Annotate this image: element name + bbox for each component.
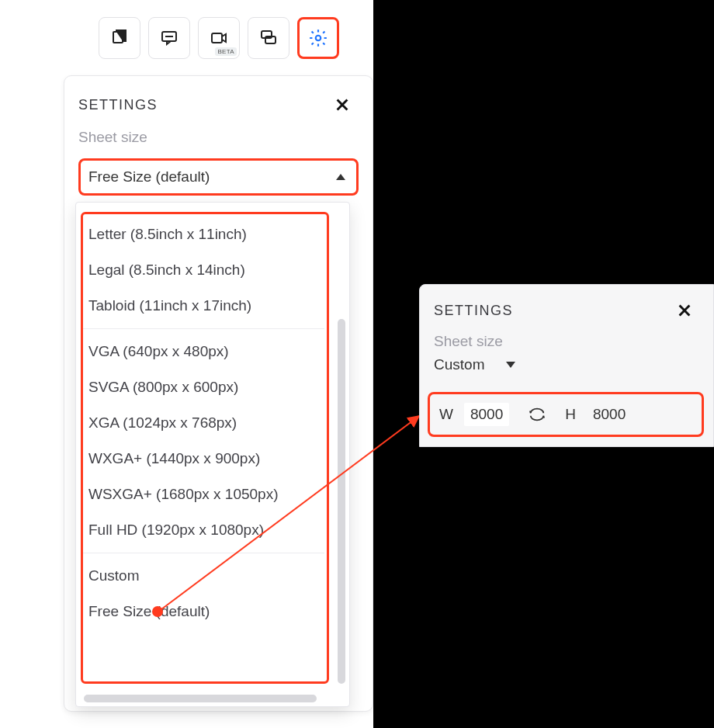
- sheet-size-option[interactable]: Full HD (1920px x 1080px): [76, 512, 331, 548]
- caret-down-icon: [506, 362, 515, 368]
- comment-button[interactable]: [148, 17, 190, 59]
- sheet-size-option[interactable]: SVGA (800px x 600px): [76, 369, 331, 405]
- sheet-size-dropdown: Letter (8.5inch x 11inch)Legal (8.5inch …: [75, 202, 350, 707]
- close-button[interactable]: [331, 93, 354, 116]
- separator: [82, 553, 324, 553]
- width-input[interactable]: 8000: [464, 403, 509, 426]
- close-button[interactable]: [673, 299, 696, 322]
- sheet-size-select[interactable]: Custom: [434, 356, 699, 373]
- scrollbar-horizontal[interactable]: [84, 695, 317, 702]
- sheet-size-selected: Custom: [434, 356, 484, 373]
- height-input[interactable]: 8000: [587, 403, 632, 426]
- settings-panel-custom: SETTINGS Sheet size Custom W 8000 H 8000: [419, 284, 714, 447]
- caret-up-icon: [336, 174, 345, 180]
- scrollbar-vertical[interactable]: [338, 319, 345, 684]
- panel-title: SETTINGS: [434, 303, 513, 319]
- swap-icon[interactable]: [528, 405, 546, 424]
- sheets-button[interactable]: [99, 17, 140, 59]
- sheet-size-option[interactable]: Letter (8.5inch x 11inch): [76, 217, 331, 252]
- sheet-size-option[interactable]: VGA (640px x 480px): [76, 334, 331, 369]
- sheet-size-option[interactable]: Custom: [76, 558, 331, 594]
- beta-badge: BETA: [215, 47, 237, 56]
- annotation-dot: [152, 606, 163, 617]
- panel-title: SETTINGS: [78, 97, 158, 113]
- sheet-size-label: Sheet size: [420, 322, 713, 352]
- sheet-size-option[interactable]: Free Size (default): [76, 594, 331, 629]
- sheet-size-option[interactable]: Tabloid (11inch x 17inch): [76, 288, 331, 324]
- height-label: H: [565, 406, 576, 423]
- width-label: W: [439, 406, 453, 423]
- settings-button[interactable]: [297, 17, 339, 59]
- sheet-size-option[interactable]: Legal (8.5inch x 14inch): [76, 252, 331, 288]
- chat-button[interactable]: [248, 17, 289, 59]
- sheet-size-selected: Free Size (default): [88, 168, 210, 185]
- svg-rect-3: [212, 33, 222, 43]
- sheet-size-option[interactable]: WSXGA+ (1680px x 1050px): [76, 477, 331, 512]
- separator: [82, 328, 324, 329]
- svg-point-6: [316, 36, 321, 41]
- video-button[interactable]: BETA: [198, 17, 240, 59]
- sheet-size-label: Sheet size: [64, 116, 373, 147]
- sheet-size-select[interactable]: Free Size (default): [78, 158, 359, 196]
- sheet-size-option[interactable]: XGA (1024px x 768px): [76, 405, 331, 441]
- top-toolbar: BETA: [99, 17, 339, 59]
- sheet-size-option[interactable]: WXGA+ (1440px x 900px): [76, 441, 331, 477]
- custom-size-row: W 8000 H 8000: [428, 392, 704, 437]
